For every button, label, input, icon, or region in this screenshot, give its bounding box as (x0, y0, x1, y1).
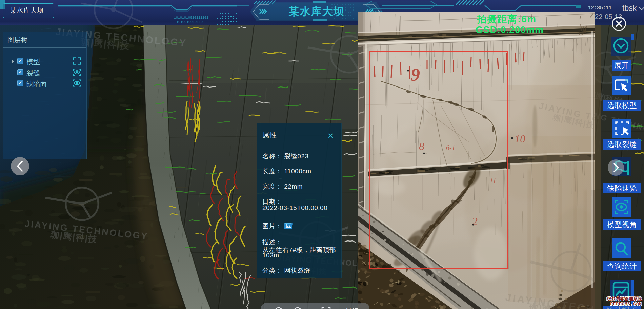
svg-text:9: 9 (411, 64, 420, 85)
svg-text:2: 2 (472, 215, 478, 228)
svg-text:1/45: 1/45 (345, 307, 358, 309)
svg-text:GSD:0.200mm: GSD:0.200mm (476, 24, 544, 35)
svg-text:10: 10 (515, 133, 525, 145)
svg-text:6-1: 6-1 (446, 144, 455, 151)
svg-text:拍摄距离:6m: 拍摄距离:6m (476, 14, 537, 24)
svg-text:11: 11 (489, 176, 496, 185)
svg-text:8: 8 (419, 140, 424, 152)
